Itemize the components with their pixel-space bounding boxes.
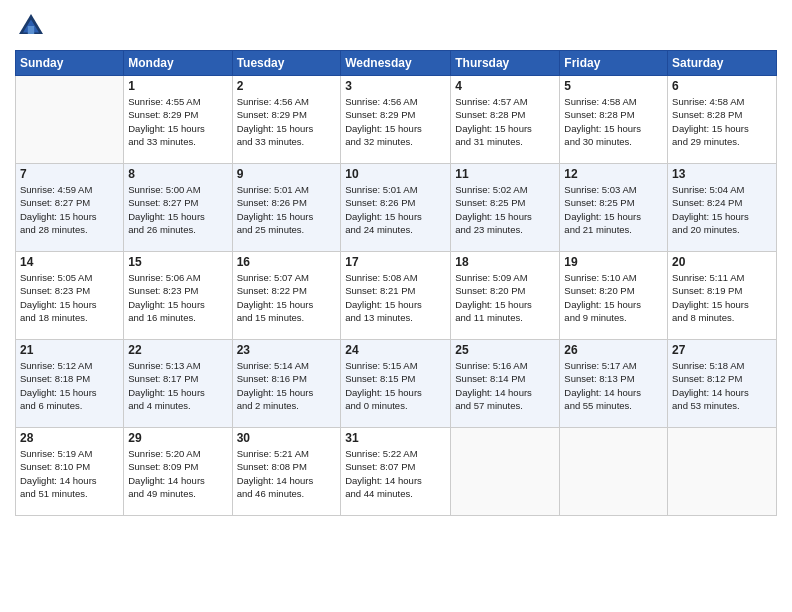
day-info: Sunrise: 4:56 AM Sunset: 8:29 PM Dayligh…	[345, 95, 446, 148]
day-number: 2	[237, 79, 337, 93]
day-info: Sunrise: 4:56 AM Sunset: 8:29 PM Dayligh…	[237, 95, 337, 148]
day-number: 11	[455, 167, 555, 181]
day-cell: 30Sunrise: 5:21 AM Sunset: 8:08 PM Dayli…	[232, 428, 341, 516]
weekday-header-tuesday: Tuesday	[232, 51, 341, 76]
week-row-1: 7Sunrise: 4:59 AM Sunset: 8:27 PM Daylig…	[16, 164, 777, 252]
day-cell: 14Sunrise: 5:05 AM Sunset: 8:23 PM Dayli…	[16, 252, 124, 340]
day-info: Sunrise: 5:12 AM Sunset: 8:18 PM Dayligh…	[20, 359, 119, 412]
day-cell: 2Sunrise: 4:56 AM Sunset: 8:29 PM Daylig…	[232, 76, 341, 164]
week-row-4: 28Sunrise: 5:19 AM Sunset: 8:10 PM Dayli…	[16, 428, 777, 516]
day-cell: 24Sunrise: 5:15 AM Sunset: 8:15 PM Dayli…	[341, 340, 451, 428]
day-number: 15	[128, 255, 227, 269]
week-row-2: 14Sunrise: 5:05 AM Sunset: 8:23 PM Dayli…	[16, 252, 777, 340]
day-cell: 23Sunrise: 5:14 AM Sunset: 8:16 PM Dayli…	[232, 340, 341, 428]
day-cell: 16Sunrise: 5:07 AM Sunset: 8:22 PM Dayli…	[232, 252, 341, 340]
day-number: 25	[455, 343, 555, 357]
day-number: 1	[128, 79, 227, 93]
day-number: 19	[564, 255, 663, 269]
day-info: Sunrise: 5:01 AM Sunset: 8:26 PM Dayligh…	[345, 183, 446, 236]
day-cell: 27Sunrise: 5:18 AM Sunset: 8:12 PM Dayli…	[668, 340, 777, 428]
day-cell: 11Sunrise: 5:02 AM Sunset: 8:25 PM Dayli…	[451, 164, 560, 252]
day-cell	[668, 428, 777, 516]
weekday-header-wednesday: Wednesday	[341, 51, 451, 76]
day-info: Sunrise: 5:09 AM Sunset: 8:20 PM Dayligh…	[455, 271, 555, 324]
day-cell	[560, 428, 668, 516]
day-number: 13	[672, 167, 772, 181]
day-cell: 4Sunrise: 4:57 AM Sunset: 8:28 PM Daylig…	[451, 76, 560, 164]
day-info: Sunrise: 4:55 AM Sunset: 8:29 PM Dayligh…	[128, 95, 227, 148]
day-number: 17	[345, 255, 446, 269]
day-number: 30	[237, 431, 337, 445]
day-number: 9	[237, 167, 337, 181]
weekday-header-saturday: Saturday	[668, 51, 777, 76]
day-cell: 6Sunrise: 4:58 AM Sunset: 8:28 PM Daylig…	[668, 76, 777, 164]
weekday-header-monday: Monday	[124, 51, 232, 76]
day-cell: 25Sunrise: 5:16 AM Sunset: 8:14 PM Dayli…	[451, 340, 560, 428]
day-cell	[451, 428, 560, 516]
day-number: 29	[128, 431, 227, 445]
day-number: 3	[345, 79, 446, 93]
day-cell: 26Sunrise: 5:17 AM Sunset: 8:13 PM Dayli…	[560, 340, 668, 428]
day-number: 10	[345, 167, 446, 181]
day-number: 24	[345, 343, 446, 357]
day-info: Sunrise: 4:59 AM Sunset: 8:27 PM Dayligh…	[20, 183, 119, 236]
day-info: Sunrise: 5:08 AM Sunset: 8:21 PM Dayligh…	[345, 271, 446, 324]
day-number: 12	[564, 167, 663, 181]
weekday-header-friday: Friday	[560, 51, 668, 76]
day-info: Sunrise: 5:13 AM Sunset: 8:17 PM Dayligh…	[128, 359, 227, 412]
day-number: 8	[128, 167, 227, 181]
day-number: 28	[20, 431, 119, 445]
week-row-3: 21Sunrise: 5:12 AM Sunset: 8:18 PM Dayli…	[16, 340, 777, 428]
week-row-0: 1Sunrise: 4:55 AM Sunset: 8:29 PM Daylig…	[16, 76, 777, 164]
day-info: Sunrise: 5:15 AM Sunset: 8:15 PM Dayligh…	[345, 359, 446, 412]
day-cell: 7Sunrise: 4:59 AM Sunset: 8:27 PM Daylig…	[16, 164, 124, 252]
day-number: 7	[20, 167, 119, 181]
logo	[15, 10, 53, 42]
day-cell: 20Sunrise: 5:11 AM Sunset: 8:19 PM Dayli…	[668, 252, 777, 340]
day-number: 18	[455, 255, 555, 269]
day-cell: 21Sunrise: 5:12 AM Sunset: 8:18 PM Dayli…	[16, 340, 124, 428]
day-info: Sunrise: 5:07 AM Sunset: 8:22 PM Dayligh…	[237, 271, 337, 324]
day-cell: 29Sunrise: 5:20 AM Sunset: 8:09 PM Dayli…	[124, 428, 232, 516]
day-cell: 15Sunrise: 5:06 AM Sunset: 8:23 PM Dayli…	[124, 252, 232, 340]
day-cell: 5Sunrise: 4:58 AM Sunset: 8:28 PM Daylig…	[560, 76, 668, 164]
day-info: Sunrise: 5:17 AM Sunset: 8:13 PM Dayligh…	[564, 359, 663, 412]
day-number: 14	[20, 255, 119, 269]
day-info: Sunrise: 4:57 AM Sunset: 8:28 PM Dayligh…	[455, 95, 555, 148]
day-number: 21	[20, 343, 119, 357]
day-info: Sunrise: 5:19 AM Sunset: 8:10 PM Dayligh…	[20, 447, 119, 500]
day-info: Sunrise: 5:04 AM Sunset: 8:24 PM Dayligh…	[672, 183, 772, 236]
day-info: Sunrise: 5:11 AM Sunset: 8:19 PM Dayligh…	[672, 271, 772, 324]
day-info: Sunrise: 5:22 AM Sunset: 8:07 PM Dayligh…	[345, 447, 446, 500]
day-info: Sunrise: 5:02 AM Sunset: 8:25 PM Dayligh…	[455, 183, 555, 236]
day-number: 20	[672, 255, 772, 269]
day-cell: 3Sunrise: 4:56 AM Sunset: 8:29 PM Daylig…	[341, 76, 451, 164]
day-info: Sunrise: 5:10 AM Sunset: 8:20 PM Dayligh…	[564, 271, 663, 324]
day-info: Sunrise: 5:21 AM Sunset: 8:08 PM Dayligh…	[237, 447, 337, 500]
day-info: Sunrise: 5:18 AM Sunset: 8:12 PM Dayligh…	[672, 359, 772, 412]
day-info: Sunrise: 4:58 AM Sunset: 8:28 PM Dayligh…	[672, 95, 772, 148]
day-number: 6	[672, 79, 772, 93]
day-cell: 31Sunrise: 5:22 AM Sunset: 8:07 PM Dayli…	[341, 428, 451, 516]
logo-icon	[15, 10, 47, 42]
day-number: 23	[237, 343, 337, 357]
day-cell: 17Sunrise: 5:08 AM Sunset: 8:21 PM Dayli…	[341, 252, 451, 340]
calendar: SundayMondayTuesdayWednesdayThursdayFrid…	[15, 50, 777, 516]
weekday-header-thursday: Thursday	[451, 51, 560, 76]
day-number: 4	[455, 79, 555, 93]
day-info: Sunrise: 5:01 AM Sunset: 8:26 PM Dayligh…	[237, 183, 337, 236]
day-cell: 28Sunrise: 5:19 AM Sunset: 8:10 PM Dayli…	[16, 428, 124, 516]
day-info: Sunrise: 5:03 AM Sunset: 8:25 PM Dayligh…	[564, 183, 663, 236]
day-number: 27	[672, 343, 772, 357]
day-number: 26	[564, 343, 663, 357]
day-number: 31	[345, 431, 446, 445]
day-cell: 10Sunrise: 5:01 AM Sunset: 8:26 PM Dayli…	[341, 164, 451, 252]
header	[15, 10, 777, 42]
day-cell: 12Sunrise: 5:03 AM Sunset: 8:25 PM Dayli…	[560, 164, 668, 252]
day-info: Sunrise: 4:58 AM Sunset: 8:28 PM Dayligh…	[564, 95, 663, 148]
day-info: Sunrise: 5:00 AM Sunset: 8:27 PM Dayligh…	[128, 183, 227, 236]
day-cell: 18Sunrise: 5:09 AM Sunset: 8:20 PM Dayli…	[451, 252, 560, 340]
day-cell: 9Sunrise: 5:01 AM Sunset: 8:26 PM Daylig…	[232, 164, 341, 252]
day-number: 22	[128, 343, 227, 357]
day-info: Sunrise: 5:06 AM Sunset: 8:23 PM Dayligh…	[128, 271, 227, 324]
